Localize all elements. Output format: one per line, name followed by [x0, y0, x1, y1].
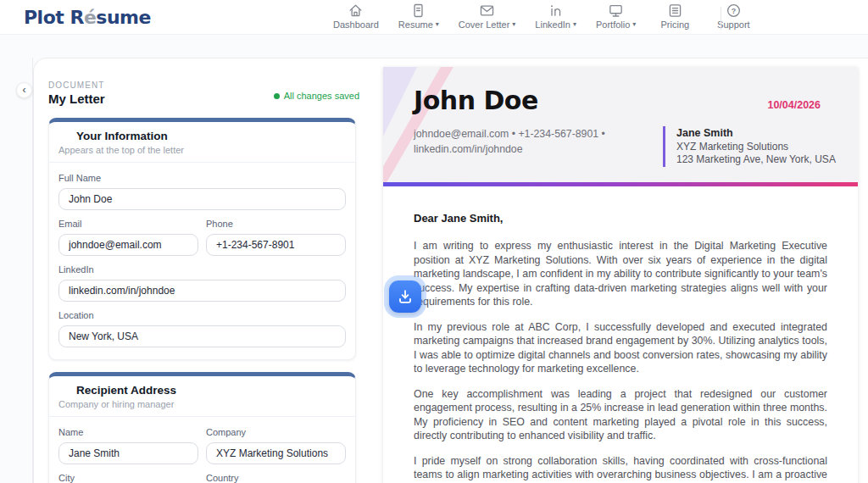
location-label: Location: [58, 310, 346, 320]
letter-body: Dear Jane Smith, I am writing to express…: [383, 186, 858, 483]
linkedin-label: LinkedIn: [58, 264, 346, 275]
card-title: Your Information: [58, 130, 346, 142]
nav-menu: Dashboard Resume▾ Cover Letter▾ LinkedIn…: [333, 3, 753, 30]
letter-preview: John Doe johndoe@email.com • +1-234-567-…: [383, 67, 858, 483]
contact-line: johndoe@email.com • +1-234-567-8901 •: [414, 126, 605, 142]
save-status: All changes saved: [274, 91, 359, 101]
full-name-label: Full Name: [58, 173, 346, 183]
card-subtitle: Company or hiring manager: [58, 399, 346, 409]
recipient-address: 123 Marketing Ave, New York, USA: [676, 153, 836, 167]
letter-paragraph: I pride myself on strong collaboration s…: [414, 454, 827, 483]
letter-paragraph: One key accomplishment was leading a pro…: [414, 387, 827, 443]
monitor-icon: [608, 3, 624, 19]
collapse-panel-button[interactable]: ‹: [16, 82, 32, 98]
phone-label: Phone: [206, 219, 346, 229]
svg-text:?: ?: [732, 7, 737, 15]
card-subtitle: Appears at the top of the letter: [58, 145, 346, 155]
nav-item-portfolio[interactable]: Portfolio▾: [596, 3, 636, 30]
nav-item-cover-letter[interactable]: Cover Letter▾: [459, 3, 516, 30]
nav-item-linkedin[interactable]: LinkedIn▾: [535, 3, 576, 30]
email-label: Email: [58, 219, 198, 229]
email-field[interactable]: [58, 234, 198, 256]
recipient-company-label: Company: [206, 427, 346, 437]
top-navigation-bar: Plot Résume Dashboard Resume▾ Cover Lett…: [0, 0, 868, 35]
recipient-company: XYZ Marketing Solutions: [676, 141, 836, 154]
card-body: Full Name Email Phone LinkedIn Location: [49, 163, 355, 359]
app-logo[interactable]: Plot Résume: [24, 7, 151, 28]
nav-item-dashboard[interactable]: Dashboard: [333, 3, 379, 30]
nav-item-label: LinkedIn: [535, 19, 570, 30]
card-header: Your Information Appears at the top of t…: [49, 122, 355, 163]
nav-item-label: Pricing: [661, 19, 690, 30]
recipient-country-label: Country: [206, 473, 346, 483]
document-icon: [410, 3, 426, 19]
letter-paragraph: I am writing to express my enthusiastic …: [414, 239, 827, 309]
nav-item-resume[interactable]: Resume▾: [398, 3, 439, 30]
contact-line: linkedin.com/in/johndoe: [414, 142, 605, 157]
card-title: Recipient Address: [58, 384, 346, 397]
mail-icon: [479, 3, 495, 19]
letter-sender-name: John Doe: [414, 86, 538, 115]
letter-contact-info: johndoe@email.com • +1-234-567-8901 • li…: [414, 126, 605, 158]
question-icon: ?: [726, 3, 742, 19]
recipient-company-field[interactable]: [206, 442, 346, 464]
letter-header: John Doe johndoe@email.com • +1-234-567-…: [383, 67, 858, 182]
chevron-down-icon: ▾: [632, 21, 636, 28]
recipient-city-label: City: [58, 473, 198, 483]
recipient-name: Jane Smith: [676, 126, 836, 141]
chevron-left-icon: ‹: [23, 85, 26, 95]
chevron-down-icon: ▾: [512, 21, 515, 28]
linkedin-icon: [548, 3, 564, 19]
recipient-address-card: Recipient Address Company or hiring mana…: [48, 372, 356, 483]
nav-item-label: Dashboard: [333, 19, 379, 30]
document-editor: DOCUMENT My Letter All changes saved You…: [48, 80, 356, 483]
logo-text: sume: [96, 7, 151, 28]
letter-greeting: Dear Jane Smith,: [414, 212, 827, 225]
sidebar-rail-divider: [32, 58, 33, 483]
download-button[interactable]: [389, 280, 421, 313]
list-icon: [667, 3, 683, 19]
your-information-card: Your Information Appears at the top of t…: [48, 118, 356, 360]
save-status-text: All changes saved: [284, 91, 359, 101]
home-icon: [348, 3, 364, 19]
nav-item-label: Portfolio: [596, 19, 630, 30]
saved-dot-icon: [274, 93, 280, 99]
nav-divider: [721, 7, 721, 30]
nav-item-label: Support: [717, 19, 750, 30]
location-field[interactable]: [58, 325, 346, 347]
linkedin-field[interactable]: [58, 280, 346, 302]
full-name-field[interactable]: [58, 188, 346, 210]
card-header: Recipient Address Company or hiring mana…: [49, 376, 355, 417]
letter-paragraph: In my previous role at ABC Corp, I succe…: [414, 320, 827, 376]
logo-accent-letter: é: [84, 7, 96, 28]
recipient-name-label: Name: [58, 427, 198, 437]
nav-item-label: Resume: [398, 19, 433, 30]
download-icon: [397, 288, 414, 305]
card-body: Name Company City Country: [49, 417, 355, 483]
letter-date: 10/04/2026: [767, 99, 821, 111]
recipient-name-field[interactable]: [58, 442, 198, 464]
letter-recipient-block: Jane Smith XYZ Marketing Solutions 123 M…: [663, 126, 836, 167]
chevron-down-icon: ▾: [573, 21, 576, 28]
logo-text: Plot R: [24, 7, 84, 28]
phone-field[interactable]: [206, 234, 346, 256]
nav-item-label: Cover Letter: [459, 19, 510, 30]
chevron-down-icon: ▾: [436, 21, 439, 28]
main-content: ‹ DOCUMENT My Letter All changes saved Y…: [0, 35, 868, 483]
nav-item-pricing[interactable]: Pricing: [655, 3, 694, 30]
document-kicker: DOCUMENT: [48, 80, 356, 90]
